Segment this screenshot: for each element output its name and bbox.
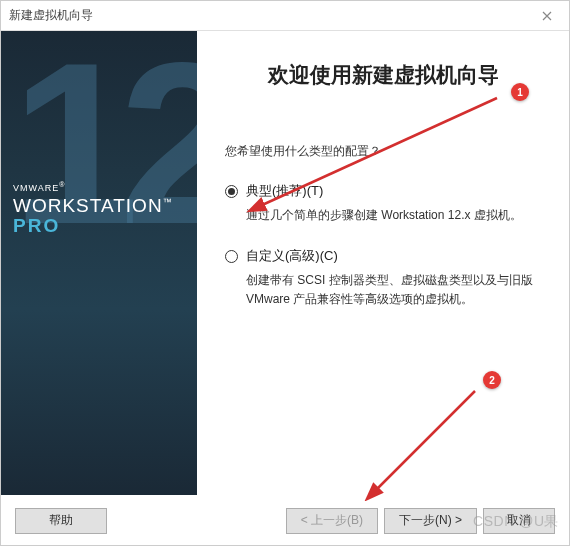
back-button[interactable]: < 上一步(B) bbox=[286, 508, 378, 534]
version-number-graphic: 12 bbox=[11, 31, 197, 276]
svg-line-1 bbox=[375, 391, 475, 491]
brand-block: VMWARE® WORKSTATION™ PRO bbox=[13, 181, 173, 237]
brand-pro: PRO bbox=[13, 215, 173, 237]
annotation-badge-2: 2 bbox=[483, 371, 501, 389]
config-prompt: 您希望使用什么类型的配置？ bbox=[225, 143, 541, 160]
option-typical-header: 典型(推荐)(T) bbox=[225, 182, 541, 200]
radio-custom[interactable] bbox=[225, 250, 238, 263]
radio-typical[interactable] bbox=[225, 185, 238, 198]
wizard-window: 新建虚拟机向导 12 VMWARE® WORKSTATION™ PRO 欢迎使用… bbox=[0, 0, 570, 546]
annotation-badge-1: 1 bbox=[511, 83, 529, 101]
option-typical-desc: 通过几个简单的步骤创建 Workstation 12.x 虚拟机。 bbox=[246, 206, 541, 225]
page-title: 欢迎使用新建虚拟机向导 bbox=[225, 61, 541, 89]
wizard-main: 欢迎使用新建虚拟机向导 您希望使用什么类型的配置？ 典型(推荐)(T) 通过几个… bbox=[197, 31, 569, 495]
help-button[interactable]: 帮助 bbox=[15, 508, 107, 534]
watermark: CSDN @U果 bbox=[473, 513, 559, 531]
brand-vmware: VMWARE® bbox=[13, 181, 173, 193]
option-custom[interactable]: 自定义(高级)(C) 创建带有 SCSI 控制器类型、虚拟磁盘类型以及与旧版 V… bbox=[225, 247, 541, 309]
brand-workstation: WORKSTATION™ bbox=[13, 195, 173, 217]
option-custom-label: 自定义(高级)(C) bbox=[246, 247, 338, 265]
annotation-arrow-2 bbox=[357, 386, 487, 501]
close-button[interactable] bbox=[524, 1, 569, 31]
close-icon bbox=[542, 11, 552, 21]
content-area: 12 VMWARE® WORKSTATION™ PRO 欢迎使用新建虚拟机向导 … bbox=[1, 31, 569, 495]
titlebar: 新建虚拟机向导 bbox=[1, 1, 569, 31]
option-typical[interactable]: 典型(推荐)(T) 通过几个简单的步骤创建 Workstation 12.x 虚… bbox=[225, 182, 541, 225]
wizard-sidebar: 12 VMWARE® WORKSTATION™ PRO bbox=[1, 31, 197, 495]
option-typical-label: 典型(推荐)(T) bbox=[246, 182, 323, 200]
window-title: 新建虚拟机向导 bbox=[9, 7, 93, 24]
next-button[interactable]: 下一步(N) > bbox=[384, 508, 477, 534]
option-custom-header: 自定义(高级)(C) bbox=[225, 247, 541, 265]
option-custom-desc: 创建带有 SCSI 控制器类型、虚拟磁盘类型以及与旧版 VMware 产品兼容性… bbox=[246, 271, 541, 309]
